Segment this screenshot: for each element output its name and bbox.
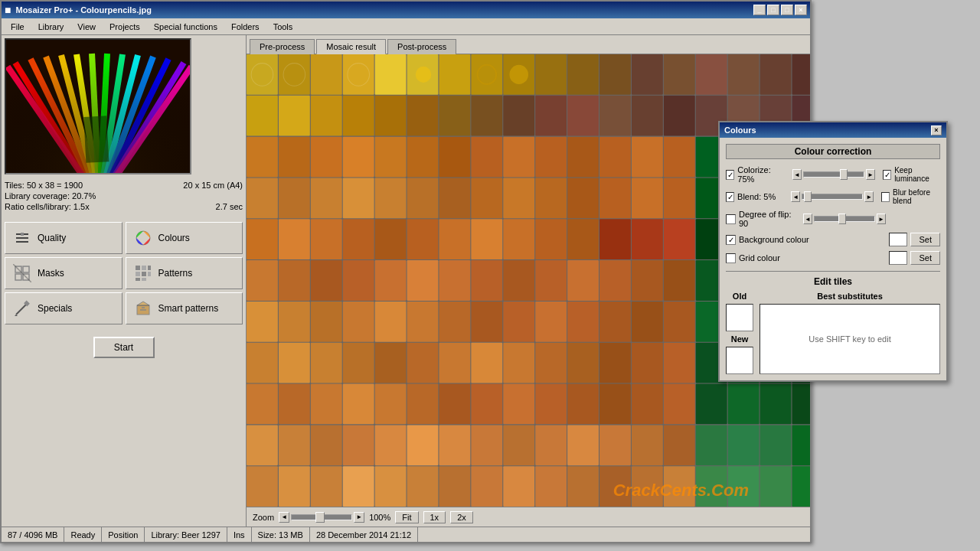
zoom-slider[interactable]: ◄ ► [279, 512, 364, 523]
tiles-stat: Tiles: 50 x 38 = 1900 [5, 181, 83, 190]
svg-rect-156 [439, 302, 470, 342]
degree-flip-label: Degree of flip: 90 [739, 210, 800, 228]
zoom-value: 100% [369, 513, 390, 522]
degree-flip-left[interactable]: ◄ [803, 214, 812, 224]
svg-rect-91 [664, 137, 695, 178]
patterns-button[interactable]: Patterns [126, 257, 243, 289]
zoom-fit-button[interactable]: Fit [395, 511, 418, 523]
stats-area: Tiles: 50 x 38 = 1900 20 x 15 cm (A4) Li… [5, 178, 243, 216]
blend-checkbox[interactable] [726, 192, 734, 202]
zoom-left-arrow[interactable]: ◄ [279, 512, 289, 523]
svg-rect-78 [247, 137, 278, 178]
restore-button[interactable]: □ [767, 5, 779, 15]
degree-flip-right[interactable]: ► [877, 214, 886, 224]
quality-button[interactable]: Quality [5, 222, 122, 254]
minimize-button[interactable]: _ [753, 5, 766, 15]
specials-button[interactable]: Specials [5, 292, 122, 324]
degree-flip-track[interactable] [814, 216, 875, 222]
degree-flip-slider-container: ◄ ► [803, 214, 886, 224]
masks-label: Masks [38, 268, 64, 279]
blur-blend-label: Blur before blend [893, 188, 940, 205]
blend-track[interactable] [802, 194, 863, 200]
svg-rect-122 [503, 219, 534, 259]
svg-rect-191 [407, 384, 439, 425]
svg-rect-232 [567, 466, 599, 507]
size-stat: 20 x 15 cm (A4) [183, 181, 243, 190]
shift-hint-box: Use SHIFT key to edit [760, 304, 940, 374]
menu-file[interactable]: File [5, 21, 31, 33]
zoom-thumb[interactable] [315, 512, 325, 523]
blur-blend-checkbox[interactable] [881, 192, 890, 202]
tab-mosaic-result[interactable]: Mosaic result [316, 39, 386, 54]
svg-rect-29 [148, 266, 151, 270]
svg-rect-109 [664, 178, 695, 218]
colorize-label: Colorize: 75% [737, 165, 789, 184]
svg-rect-71 [599, 96, 631, 136]
close-button[interactable]: × [795, 5, 807, 15]
bg-colour-set-button[interactable]: Set [910, 233, 940, 246]
coverage-stat: Library coverage: 20.7% [5, 191, 96, 201]
new-tile-preview [726, 347, 753, 374]
smart-patterns-button[interactable]: Smart patterns [126, 292, 243, 324]
best-substitutes-area: Best substitutes Use SHIFT key to edit [760, 292, 940, 374]
svg-rect-132 [247, 260, 278, 301]
svg-rect-101 [407, 178, 439, 218]
svg-rect-102 [439, 178, 470, 218]
zoom-2x-button[interactable]: 2x [450, 511, 473, 523]
maximize-button[interactable]: □ [781, 5, 793, 15]
blend-slider-right[interactable]: ► [864, 191, 874, 202]
svg-rect-223 [279, 466, 310, 507]
svg-rect-187 [279, 384, 310, 425]
colorize-slider-left[interactable]: ◄ [792, 169, 802, 180]
grid-colour-swatch[interactable] [889, 251, 907, 265]
svg-rect-51 [535, 54, 567, 95]
degree-flip-thumb[interactable] [838, 214, 846, 224]
colorize-checkbox[interactable] [726, 170, 734, 180]
svg-rect-194 [503, 384, 534, 425]
svg-rect-103 [471, 178, 502, 218]
colours-button[interactable]: Colours [126, 222, 243, 254]
colorize-thumb[interactable] [840, 169, 848, 180]
blend-slider-left[interactable]: ◄ [791, 191, 800, 202]
bg-colour-row: Background colour Set [726, 233, 940, 246]
menu-projects[interactable]: Projects [103, 21, 146, 33]
colorize-track[interactable] [803, 171, 864, 178]
menu-folders[interactable]: Folders [225, 21, 266, 33]
colours-label: Colours [158, 233, 190, 243]
start-button[interactable]: Start [93, 337, 155, 358]
keep-luminance-checkbox[interactable] [883, 170, 891, 180]
menu-tools[interactable]: Tools [267, 21, 299, 33]
app-title: Mosaizer Pro+ - Colourpencils.jpg [15, 5, 152, 15]
grid-colour-checkbox[interactable] [726, 253, 736, 263]
zoom-1x-button[interactable]: 1x [423, 511, 446, 523]
menu-view[interactable]: View [71, 21, 102, 33]
menu-library[interactable]: Library [32, 21, 70, 33]
colours-dialog: Colours × Colour correction Colorize: 75… [718, 121, 948, 382]
zoom-track[interactable] [291, 514, 352, 520]
tab-post-process[interactable]: Post-process [387, 39, 456, 54]
svg-rect-197 [599, 384, 631, 425]
masks-button[interactable]: Masks [5, 257, 122, 289]
svg-rect-216 [632, 425, 663, 465]
tab-pre-process[interactable]: Pre-process [250, 39, 315, 54]
bg-colour-checkbox[interactable] [726, 235, 736, 245]
bg-colour-swatch[interactable] [889, 233, 907, 246]
svg-rect-230 [503, 466, 534, 507]
colours-dialog-title: Colours × [720, 122, 946, 138]
blend-thumb[interactable] [804, 191, 812, 202]
svg-rect-162 [632, 302, 663, 342]
menu-special-functions[interactable]: Special functions [148, 21, 224, 33]
svg-marker-37 [15, 315, 18, 316]
zoom-right-arrow[interactable]: ► [354, 512, 364, 523]
svg-rect-189 [343, 384, 374, 425]
svg-rect-85 [471, 137, 502, 178]
degree-flip-checkbox[interactable] [726, 214, 736, 224]
colours-dialog-close[interactable]: × [931, 126, 942, 135]
svg-rect-159 [535, 302, 567, 342]
svg-rect-238 [760, 466, 792, 507]
svg-rect-134 [311, 260, 342, 301]
svg-rect-27 [136, 266, 140, 270]
grid-colour-set-button[interactable]: Set [910, 251, 940, 265]
svg-rect-46 [375, 54, 407, 95]
colorize-slider-right[interactable]: ► [866, 169, 875, 180]
